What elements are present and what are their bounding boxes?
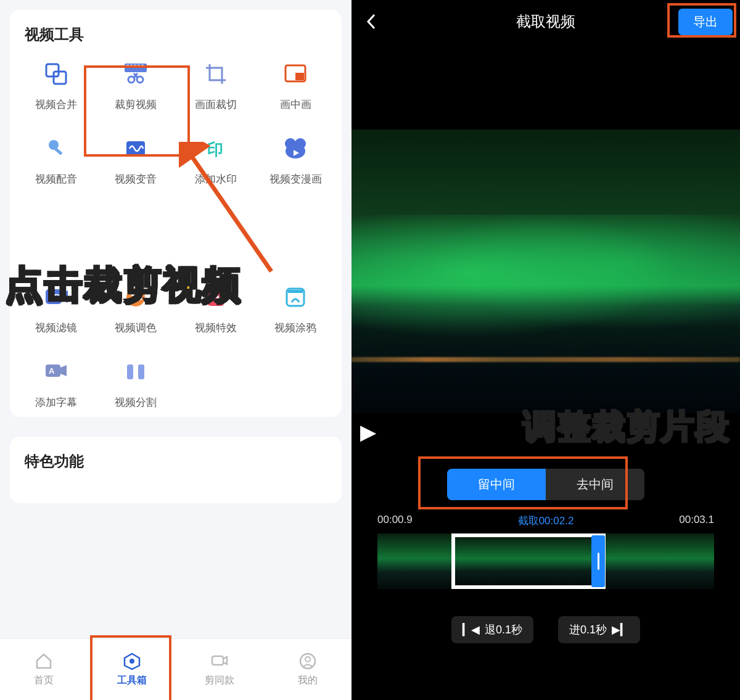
tool-video-merge[interactable]: 视频合并 [17, 59, 95, 112]
tools-screen: 视频工具 视频合并 裁剪视频 画面裁切 [0, 0, 352, 700]
tool-label: 视频滤镜 [35, 321, 77, 335]
svg-text:A: A [49, 366, 55, 376]
seg-remove-middle[interactable]: 去中间 [546, 469, 644, 500]
svg-rect-0 [46, 64, 59, 76]
watermark-icon: 印 [201, 134, 231, 163]
nudge-controls: ▎◀ 退0.1秒 进0.1秒 ▶▎ [352, 616, 740, 643]
cut-icon [121, 59, 150, 89]
toolbox-icon [123, 652, 141, 670]
timeline[interactable] [377, 533, 714, 589]
nav-label: 工具箱 [117, 674, 147, 687]
time-end: 00:03.1 [679, 514, 714, 526]
doodle-icon [281, 282, 310, 312]
mic-icon [41, 134, 71, 163]
split-icon [121, 357, 150, 387]
nav-label: 首页 [34, 674, 54, 687]
back-button[interactable] [359, 9, 384, 34]
svg-rect-4 [130, 65, 133, 67]
tool-label: 视频合并 [35, 97, 77, 112]
pip-icon [281, 59, 310, 89]
skip-back-icon: ▎◀ [462, 623, 480, 636]
home-icon [35, 652, 53, 670]
svg-rect-7 [141, 65, 144, 67]
bottom-nav: 首页 工具箱 剪同款 我的 [0, 638, 352, 700]
svg-rect-1 [54, 72, 66, 84]
tool-label: 视频调色 [115, 321, 157, 335]
nudge-fwd-label: 进0.1秒 [569, 622, 607, 637]
timeline-handle[interactable] [591, 535, 605, 587]
svg-rect-31 [288, 290, 303, 293]
nudge-back-label: 退0.1秒 [485, 622, 522, 637]
chevron-left-icon [365, 12, 377, 31]
tool-watermark[interactable]: 印 添加水印 [177, 134, 255, 186]
nav-label: 剪同款 [205, 674, 234, 687]
nav-mine[interactable]: 我的 [264, 639, 352, 700]
svg-rect-15 [54, 147, 63, 155]
svg-point-40 [305, 657, 310, 662]
tool-label: 画中画 [280, 97, 311, 112]
svg-rect-3 [126, 65, 129, 67]
tool-label: 画面裁切 [195, 97, 237, 112]
svg-point-37 [130, 659, 134, 664]
tool-crop[interactable]: 画面裁切 [177, 59, 255, 112]
svg-rect-13 [295, 73, 304, 80]
screen-title: 截取视频 [516, 12, 575, 31]
svg-rect-35 [138, 364, 144, 379]
featured-card: 特色功能 [10, 437, 342, 503]
video-preview [352, 130, 740, 413]
tool-doodle[interactable]: 视频涂鸦 [257, 282, 335, 335]
crop-icon [201, 59, 231, 89]
tool-label: 裁剪视频 [115, 97, 157, 112]
nudge-forward-button[interactable]: 进0.1秒 ▶▎ [558, 616, 640, 643]
tool-label: 添加字幕 [35, 395, 77, 410]
tool-subtitle[interactable]: A 添加字幕 [17, 357, 95, 410]
tool-grid: 视频合并 裁剪视频 画面裁切 画中画 [17, 59, 334, 410]
nav-templates[interactable]: 剪同款 [176, 639, 264, 700]
svg-rect-5 [134, 65, 136, 67]
svg-rect-38 [212, 656, 223, 665]
segment-control: 留中间 去中间 [447, 469, 644, 500]
top-bar: 截取视频 导出 [352, 0, 740, 43]
wave-icon [121, 134, 150, 163]
time-row: 00:00.9 截取00:02.2 00:03.1 [352, 500, 740, 531]
profile-icon [298, 652, 317, 670]
callout-text: 点击裁剪视频 [5, 259, 242, 311]
tool-label: 视频特效 [195, 321, 237, 335]
section-title-2: 特色功能 [25, 451, 327, 471]
nav-toolbox[interactable]: 工具箱 [88, 639, 176, 700]
tool-label: 视频分割 [115, 395, 157, 410]
tool-dubbing[interactable]: 视频配音 [17, 134, 95, 186]
export-button[interactable]: 导出 [678, 9, 733, 35]
tool-label: 视频涂鸦 [274, 321, 316, 335]
seg-keep-middle[interactable]: 留中间 [447, 469, 546, 500]
tool-voice-change[interactable]: 视频变音 [97, 134, 175, 186]
time-clip: 截取00:02.2 [518, 514, 574, 528]
tool-label: 视频变漫画 [269, 172, 322, 186]
merge-icon [41, 59, 71, 89]
svg-rect-16 [126, 141, 145, 156]
svg-rect-34 [127, 364, 133, 379]
templates-icon [210, 652, 229, 670]
subtitle-icon: A [41, 357, 71, 387]
nudge-back-button[interactable]: ▎◀ 退0.1秒 [451, 616, 533, 643]
timeline-selection[interactable] [451, 533, 606, 589]
svg-text:印: 印 [207, 140, 223, 159]
tool-cartoon[interactable]: 视频变漫画 [257, 134, 335, 186]
callout-text-2: 调整裁剪片段 [523, 405, 730, 450]
video-tools-card: 视频工具 视频合并 裁剪视频 画面裁切 [10, 10, 342, 417]
tool-trim-video[interactable]: 裁剪视频 [97, 59, 175, 112]
tool-pip[interactable]: 画中画 [257, 59, 335, 112]
tool-label: 添加水印 [195, 172, 237, 186]
clip-screen: 截取视频 导出 调整裁剪片段 ▶ 留中间 去中间 00:00.9 截取00:02… [352, 0, 740, 700]
nav-label: 我的 [298, 674, 318, 687]
cartoon-icon [281, 134, 310, 163]
tool-split[interactable]: 视频分割 [97, 357, 175, 410]
play-button[interactable]: ▶ [360, 419, 376, 444]
tool-label: 视频配音 [35, 172, 77, 186]
nav-home[interactable]: 首页 [0, 639, 88, 700]
time-start: 00:00.9 [377, 514, 413, 526]
section-title: 视频工具 [25, 25, 327, 44]
skip-forward-icon: ▶▎ [612, 623, 629, 636]
tool-label: 视频变音 [115, 172, 157, 186]
svg-rect-6 [138, 65, 140, 67]
